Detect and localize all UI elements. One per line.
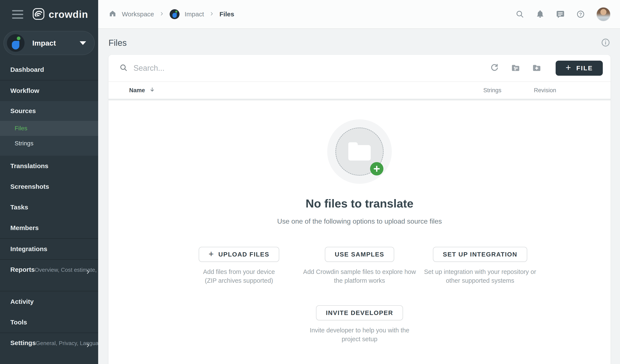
- search-box: [119, 63, 490, 73]
- files-card: + FILE Name Strings Revision: [108, 55, 611, 364]
- main-content: Files: [98, 29, 620, 364]
- notifications-bell-icon[interactable]: [536, 10, 545, 19]
- upload-option-use-samples: USE SAMPLESAdd Crowdin sample files to e…: [299, 247, 420, 285]
- column-header-strings: Strings: [483, 87, 501, 94]
- sidebar-item-files[interactable]: Files: [0, 121, 98, 136]
- breadcrumb-item-files: Files: [219, 11, 234, 18]
- empty-state-title: No files to translate: [306, 197, 413, 210]
- sort-desc-icon: [149, 87, 155, 94]
- chevron-right-icon: [209, 11, 215, 18]
- help-icon[interactable]: ?: [576, 10, 585, 19]
- upload-option-set-up-integration: SET UP INTEGRATIONSet up integration wit…: [420, 247, 540, 285]
- invite-description: Invite developer to help you with the pr…: [310, 326, 409, 344]
- option-description: Set up integration with your repository …: [424, 267, 536, 285]
- search-icon[interactable]: [515, 10, 525, 19]
- sidebar-item-strings[interactable]: Strings: [0, 136, 98, 151]
- topbar-icons: ?: [515, 7, 611, 21]
- search-icon: [119, 63, 128, 73]
- sidebar-item-members[interactable]: Members: [0, 218, 98, 238]
- chevron-right-icon: [159, 11, 164, 18]
- table-divider: [108, 99, 611, 101]
- chevron-right-icon: [85, 269, 91, 276]
- sidebar-item-dashboard[interactable]: Dashboard: [0, 59, 98, 80]
- option-description: Add files from your device (ZIP archives…: [203, 267, 275, 285]
- sidebar: crowdin Impact DashboardWorkflowSourcesF…: [0, 0, 98, 364]
- add-file-button[interactable]: + FILE: [556, 61, 603, 76]
- breadcrumb-item-workspace[interactable]: Workspace: [122, 11, 154, 18]
- topbar: WorkspaceImpactFiles: [98, 0, 620, 29]
- sidebar-item-activity[interactable]: Activity: [0, 291, 98, 312]
- caret-down-icon: [80, 41, 86, 45]
- sidebar-item-screenshots[interactable]: Screenshots: [0, 176, 98, 197]
- messages-icon[interactable]: [556, 10, 565, 19]
- sidebar-item-sources[interactable]: Sources: [0, 101, 98, 121]
- table-header: Name Strings Revision: [108, 82, 611, 99]
- search-input[interactable]: [133, 64, 490, 73]
- upload-options: +UPLOAD FILESAdd files from your device …: [179, 247, 540, 285]
- empty-folder-illustration: [327, 119, 392, 184]
- toolbar-actions: + FILE: [490, 61, 603, 76]
- chevron-right-icon: [85, 343, 91, 349]
- sidebar-item-reports[interactable]: ReportsOverview, Cost estimate, Transl..…: [0, 260, 98, 291]
- crowdin-app: crowdin Impact DashboardWorkflowSourcesF…: [0, 0, 620, 364]
- plus-icon: +: [209, 249, 214, 259]
- files-toolbar: + FILE: [108, 55, 611, 82]
- svg-text:?: ?: [579, 12, 582, 17]
- column-header-name[interactable]: Name: [129, 87, 155, 94]
- refresh-icon[interactable]: [490, 63, 499, 73]
- home-icon[interactable]: [108, 9, 117, 19]
- empty-state: No files to translate Use one of the fol…: [108, 101, 611, 364]
- page-header: Files: [98, 29, 620, 57]
- crowdin-wordmark: crowdin: [49, 9, 88, 20]
- empty-state-subtitle: Use one of the following options to uplo…: [277, 217, 442, 225]
- option-description: Add Crowdin sample files to explore how …: [303, 267, 416, 285]
- sidebar-item-tasks[interactable]: Tasks: [0, 197, 98, 218]
- project-name: Impact: [32, 39, 56, 47]
- crowdin-logo-icon: [32, 8, 45, 21]
- breadcrumb: WorkspaceImpactFiles: [108, 9, 234, 19]
- folder-add-icon[interactable]: [532, 63, 542, 73]
- plus-icon: +: [566, 63, 572, 72]
- sidebar-section-sources: SourcesFilesStrings: [0, 101, 98, 156]
- sidebar-item-integrations[interactable]: Integrations: [0, 239, 98, 259]
- use-samples-button[interactable]: USE SAMPLES: [325, 247, 394, 262]
- folder-icon: [348, 145, 371, 160]
- sidebar-item-tools[interactable]: Tools: [0, 312, 98, 333]
- project-avatar: [170, 9, 180, 19]
- user-avatar[interactable]: [596, 7, 611, 21]
- crowdin-logo[interactable]: crowdin: [32, 8, 88, 21]
- upload-files-button[interactable]: +UPLOAD FILES: [199, 247, 279, 262]
- sidebar-item-workflow[interactable]: Workflow: [0, 80, 98, 101]
- sidebar-nav: DashboardWorkflowSourcesFilesStringsTran…: [0, 59, 98, 364]
- invite-section: INVITE DEVELOPER Invite developer to hel…: [310, 305, 409, 344]
- breadcrumb-item-impact[interactable]: Impact: [185, 11, 204, 18]
- set-up-integration-button[interactable]: SET UP INTEGRATION: [433, 247, 527, 262]
- project-avatar: [7, 34, 25, 52]
- project-selector[interactable]: Impact: [3, 31, 95, 55]
- sidebar-header: crowdin: [0, 0, 98, 29]
- page-title: Files: [108, 38, 126, 48]
- folder-branch-icon[interactable]: [511, 63, 520, 73]
- add-badge-icon: [370, 162, 383, 175]
- column-header-revision: Revision: [534, 87, 556, 94]
- info-icon[interactable]: [601, 38, 611, 48]
- sidebar-item-translations[interactable]: Translations: [0, 156, 98, 176]
- invite-developer-button[interactable]: INVITE DEVELOPER: [316, 305, 403, 320]
- upload-option-upload-files: +UPLOAD FILESAdd files from your device …: [179, 247, 299, 285]
- sidebar-item-settings[interactable]: SettingsGeneral, Privacy, Languages, Q..…: [0, 333, 98, 364]
- hamburger-menu-icon[interactable]: [12, 10, 23, 19]
